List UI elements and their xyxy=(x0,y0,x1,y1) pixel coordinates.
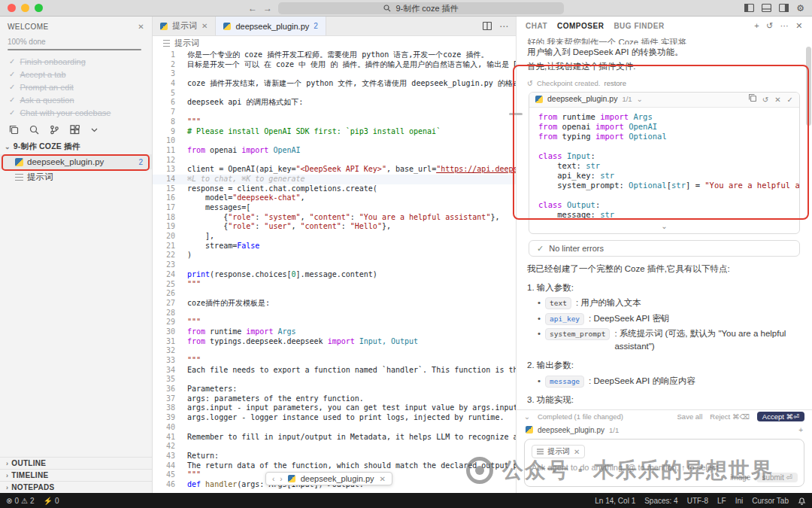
code-line[interactable]: 7 xyxy=(153,108,516,117)
sidebar-collapsed-section[interactable]: › NOTEPADS xyxy=(0,481,152,493)
code-line[interactable]: 20 ], xyxy=(153,232,516,242)
code-line[interactable]: 11 from openai import OpenAI xyxy=(153,146,516,156)
history-icon[interactable]: ↺ xyxy=(766,21,774,31)
code-line[interactable]: 4 coze 插件开发结束, 请新建一个 python 文件, 文件名请使用 d… xyxy=(153,79,516,89)
close-window-button[interactable] xyxy=(8,4,16,12)
code-line[interactable]: 36 Parameters: xyxy=(153,385,516,394)
code-line[interactable]: 9 # Please install OpenAI SDK first: `pi… xyxy=(153,127,516,137)
composer-prompt-input[interactable] xyxy=(532,463,797,472)
source-control-branch-icon[interactable] xyxy=(50,125,59,135)
code-line[interactable]: 39 args.logger - logger instance used to… xyxy=(153,413,516,423)
sidebar-collapsed-section[interactable]: › OUTLINE xyxy=(0,457,152,469)
search-icon[interactable] xyxy=(29,125,39,135)
changed-file-row[interactable]: deepseek_plugin.py 1/1 + xyxy=(517,423,812,437)
reject-file-icon[interactable]: ✕ xyxy=(774,94,780,105)
onboarding-checklist-item[interactable]: ✓ Accept a tab xyxy=(0,68,152,81)
extensions-icon[interactable] xyxy=(70,125,80,135)
ai-pane-tab[interactable]: CHAT xyxy=(526,22,547,30)
toggle-secondary-sidebar-icon[interactable] xyxy=(779,4,789,12)
code-line[interactable]: 10 xyxy=(153,136,516,146)
code-line[interactable]: 27 coze插件的开发模板是: xyxy=(153,299,516,309)
history-back-button[interactable]: ← xyxy=(248,4,257,13)
code-line[interactable]: 14 ⌘L to chat, ⌘K to generate xyxy=(153,175,516,184)
copy-icon[interactable] xyxy=(749,94,756,102)
code-line[interactable]: 3 xyxy=(153,69,516,79)
save-all-button[interactable]: Save all xyxy=(677,412,703,421)
code-line[interactable]: 37 args: parameters of the entry functio… xyxy=(153,394,516,404)
composer-input-box[interactable]: 提示词 ✕ image submit ⏎ xyxy=(524,439,804,487)
code-line[interactable]: 29 """ xyxy=(153,318,516,327)
checkpoint-restore-button[interactable]: restore xyxy=(604,78,626,89)
feedback-indicator[interactable]: ⚡ 0 xyxy=(43,497,59,505)
code-line[interactable]: 41 Remember to fill in input/output in M… xyxy=(153,433,516,443)
code-line[interactable]: 42 xyxy=(153,442,516,452)
prev-icon[interactable]: ‹ xyxy=(272,475,274,483)
code-line[interactable]: 21 stream=False xyxy=(153,242,516,251)
code-line[interactable]: 30 from runtime import Args xyxy=(153,327,516,337)
explorer-section-header[interactable]: ⌄ 9-制作 COZE 插件 xyxy=(0,139,152,154)
code-line[interactable]: 38 args.input - input parameters, you ca… xyxy=(153,403,516,413)
new-chat-icon[interactable]: + xyxy=(754,21,759,30)
breadcrumb[interactable]: 提示词 xyxy=(153,36,516,50)
close-icon[interactable]: ✕ xyxy=(138,23,144,31)
file-tree-item[interactable]: deepseek_plugin.py 2 xyxy=(0,154,152,169)
split-editor-icon[interactable] xyxy=(483,22,492,30)
eol-indicator[interactable]: LF xyxy=(717,497,726,505)
language-mode-indicator[interactable]: Ini xyxy=(735,497,744,505)
chevron-down-icon[interactable]: ⌄ xyxy=(637,94,643,105)
code-line[interactable]: 22 ) xyxy=(153,251,516,260)
code-line[interactable]: 35 xyxy=(153,375,516,385)
history-forward-button[interactable]: → xyxy=(263,4,272,13)
ai-pane-tab[interactable]: COMPOSER xyxy=(557,22,604,30)
code-line[interactable]: 5 xyxy=(153,89,516,99)
reapply-icon[interactable]: ↺ xyxy=(762,94,768,105)
editor-peek-widget[interactable]: ‹ › deepseek_plugin.py ✕ xyxy=(265,472,392,485)
submit-button[interactable]: submit ⏎ xyxy=(756,473,798,482)
indentation-indicator[interactable]: Spaces: 4 xyxy=(644,497,677,505)
ai-pane-tab[interactable]: BUG FINDER xyxy=(614,22,664,30)
notifications-bell-icon[interactable] xyxy=(798,497,806,505)
settings-gear-icon[interactable]: ⚙ xyxy=(796,3,804,14)
zoom-window-button[interactable] xyxy=(35,4,43,12)
reject-all-button[interactable]: Reject ⌘⌫ xyxy=(710,412,750,421)
accept-file-icon[interactable]: ✓ xyxy=(787,94,793,105)
command-center-search[interactable]: 9-制作 coze 插件 xyxy=(278,2,564,14)
code-line[interactable]: 23 xyxy=(153,260,516,270)
code-line[interactable]: 6 deepseek api 的调用格式如下: xyxy=(153,98,516,108)
more-actions-icon[interactable]: ⋯ xyxy=(780,21,789,31)
onboarding-checklist-item[interactable]: ✓ Prompt an edit xyxy=(0,81,152,93)
code-line[interactable]: 26 xyxy=(153,289,516,299)
code-line[interactable]: 31 from typings.deepseek.deepseek import… xyxy=(153,337,516,347)
next-icon[interactable]: › xyxy=(280,475,282,483)
code-line[interactable]: 17 messages=[ xyxy=(153,203,516,213)
chevron-down-icon[interactable]: ⌄ xyxy=(524,412,530,421)
expand-code-icon[interactable]: ⌄ xyxy=(529,221,799,233)
code-line[interactable]: 16 model="deepseek-chat", xyxy=(153,193,516,203)
editor-tab[interactable]: 提示词 ✕ xyxy=(153,17,216,35)
code-line[interactable]: 19 {"role": "user", "content": "Hello"}, xyxy=(153,222,516,232)
code-line[interactable]: 1 你是一个专业的 coze 插件开发工程师。需要使用 python 语言,开发… xyxy=(153,50,516,60)
code-line[interactable]: 32 xyxy=(153,346,516,356)
code-line[interactable]: 8 """ xyxy=(153,117,516,127)
accept-all-button[interactable]: Accept ⌘⏎ xyxy=(757,412,804,421)
code-line[interactable]: 44 The return data of the function, whic… xyxy=(153,461,516,471)
code-line[interactable]: 33 """ xyxy=(153,356,516,366)
code-editor[interactable]: 1 你是一个专业的 coze 插件开发工程师。需要使用 python 语言,开发… xyxy=(153,50,516,493)
code-line[interactable]: 43 Return: xyxy=(153,452,516,461)
context-chip[interactable]: 提示词 ✕ xyxy=(532,445,585,458)
code-line[interactable]: 25 """ xyxy=(153,280,516,290)
editor-tab[interactable]: deepseek_plugin.py 2 xyxy=(216,17,326,35)
onboarding-checklist-item[interactable]: ✓ Finish onboarding xyxy=(0,55,152,68)
code-line[interactable]: 12 xyxy=(153,156,516,166)
close-icon[interactable]: ✕ xyxy=(380,475,386,483)
code-card-header[interactable]: deepseek_plugin.py 1/1 ⌄ ↺ ✕ ✓ xyxy=(529,93,799,108)
encoding-indicator[interactable]: UTF-8 xyxy=(687,497,708,505)
close-pane-icon[interactable]: ✕ xyxy=(795,21,803,31)
chevron-down-icon[interactable] xyxy=(90,126,98,134)
copy-files-icon[interactable] xyxy=(9,125,19,135)
sidebar-collapsed-section[interactable]: › TIMELINE xyxy=(0,469,152,481)
line-col-indicator[interactable]: Ln 14, Col 1 xyxy=(595,497,635,505)
remove-context-icon[interactable]: ✕ xyxy=(574,448,580,456)
onboarding-checklist-item[interactable]: ✓ Ask a question xyxy=(0,93,152,106)
toggle-sidebar-icon[interactable] xyxy=(744,4,754,12)
